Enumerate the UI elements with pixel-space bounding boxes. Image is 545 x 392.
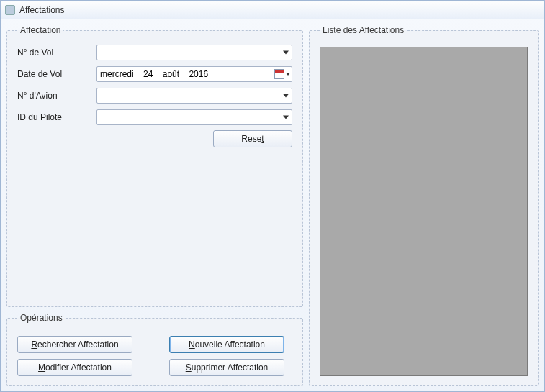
calendar-icon <box>274 69 284 79</box>
row-num-avion: N° d'Avion <box>17 87 292 104</box>
label-num-vol: N° de Vol <box>17 47 96 58</box>
operations-legend: Opérations <box>17 313 66 323</box>
row-date-vol: Date de Vol mercredi 24 août 2016 <box>17 65 292 83</box>
chevron-down-icon <box>283 51 289 55</box>
label-date-vol: Date de Vol <box>17 69 96 79</box>
reset-row: Reset <box>17 130 292 147</box>
chevron-down-icon <box>286 73 290 76</box>
combo-num-vol[interactable] <box>96 45 292 60</box>
combo-id-pilote[interactable] <box>96 109 292 125</box>
date-weekday: mercredi <box>100 69 134 79</box>
right-column: Liste des Affectations <box>309 25 539 386</box>
app-icon <box>5 5 15 15</box>
modifier-button[interactable]: Modifier Affectation <box>17 359 132 376</box>
rechercher-button[interactable]: Rechercher Affectation <box>17 336 132 353</box>
nouvelle-button[interactable]: Nouvelle Affectation <box>169 336 284 353</box>
chevron-down-icon <box>283 94 289 98</box>
liste-group: Liste des Affectations <box>309 25 539 386</box>
date-month: août <box>163 69 179 79</box>
window-title: Affectations <box>19 5 64 15</box>
operations-group: Opérations Rechercher Affectation Nouvel… <box>6 313 303 386</box>
chevron-down-icon <box>283 116 289 119</box>
affectation-group: Affectation N° de Vol Date de Vol mercre… <box>6 25 303 307</box>
date-day: 24 <box>143 69 153 79</box>
date-text: mercredi 24 août 2016 <box>100 69 215 79</box>
label-num-avion: N° d'Avion <box>17 91 96 101</box>
date-picker-controls[interactable] <box>274 69 290 79</box>
date-picker-vol[interactable]: mercredi 24 août 2016 <box>96 66 292 82</box>
reset-button[interactable]: Reset <box>213 130 292 147</box>
content-area: Affectation N° de Vol Date de Vol mercre… <box>1 19 544 391</box>
date-year: 2016 <box>189 69 208 79</box>
combo-num-avion[interactable] <box>96 88 292 104</box>
supprimer-button[interactable]: Supprimer Affectation <box>169 359 284 376</box>
left-column: Affectation N° de Vol Date de Vol mercre… <box>6 25 303 386</box>
operations-grid: Rechercher Affectation Nouvelle Affectat… <box>17 336 292 376</box>
window-frame: Affectations Affectation N° de Vol Date … <box>0 0 545 392</box>
liste-legend: Liste des Affectations <box>320 25 407 35</box>
titlebar: Affectations <box>1 1 544 19</box>
affectation-legend: Affectation <box>17 25 63 35</box>
row-id-pilote: ID du Pilote <box>17 109 292 126</box>
label-id-pilote: ID du Pilote <box>17 112 96 122</box>
affectations-datagrid[interactable] <box>320 47 528 376</box>
row-num-vol: N° de Vol <box>17 44 292 61</box>
